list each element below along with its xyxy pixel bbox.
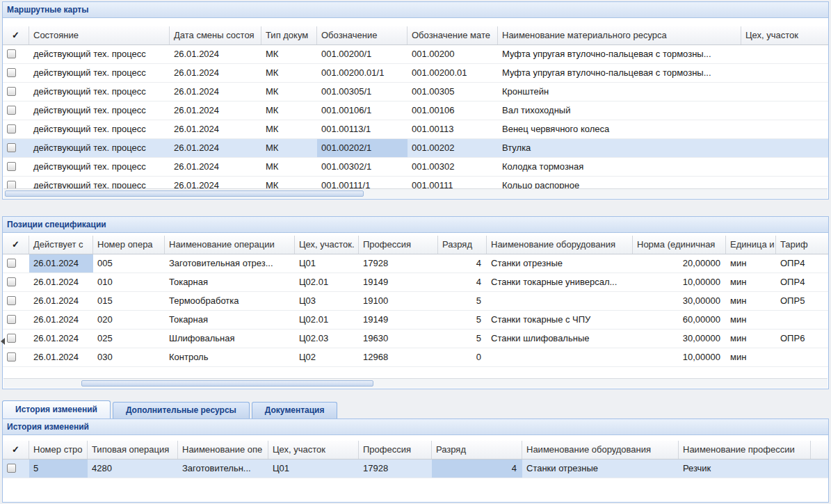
column-header[interactable]: Типовая операция	[88, 441, 178, 459]
column-header[interactable]: Цех, участок.	[295, 236, 359, 254]
spec-positions-panel: Позиции спецификации ✓Действует сНомер о…	[2, 216, 829, 389]
row-checkbox[interactable]	[7, 334, 16, 343]
column-header[interactable]: Тариф	[776, 236, 828, 254]
table-row[interactable]: 26.01.2024015ТермообработкаЦ0319100530,0…	[3, 292, 828, 311]
checkbox-cell	[3, 330, 29, 348]
table-row[interactable]: действующий тех. процесс26.01.2024МК001.…	[3, 139, 828, 158]
column-header[interactable]: Наименование оборудования	[522, 441, 679, 459]
table-row[interactable]: 54280Заготовительн...Ц01179284Станки отр…	[3, 460, 828, 478]
cell: 26.01.2024	[29, 254, 93, 273]
cell: 26.01.2024	[170, 177, 261, 188]
column-header[interactable]: Профессия	[359, 236, 438, 254]
row-checkbox[interactable]	[7, 143, 16, 152]
cell: 26.01.2024	[170, 45, 261, 63]
cell: Токарная	[165, 311, 295, 329]
table-row[interactable]: действующий тех. процесс26.01.2024МК001.…	[3, 177, 828, 188]
cell: 001.00111	[408, 177, 498, 188]
row-checkbox[interactable]	[7, 296, 16, 305]
table-row[interactable]: 26.01.2024025ШлифовальнаяЦ02.03196305Ста…	[3, 330, 828, 348]
column-header[interactable]: Наименование профессии	[679, 441, 811, 459]
column-header[interactable]: Номер стро	[29, 441, 88, 459]
spec-positions-h-scrollbar[interactable]	[3, 378, 828, 388]
cell: 001.00302/1	[317, 158, 408, 176]
table-row[interactable]: действующий тех. процесс26.01.2024МК001.…	[3, 83, 828, 101]
column-header[interactable]: Наименование операции	[165, 236, 295, 254]
column-header[interactable]: Единица и	[726, 236, 776, 254]
checkbox-cell	[3, 273, 29, 291]
column-header[interactable]: Состояние	[29, 26, 170, 44]
column-header[interactable]: Разряд	[432, 441, 522, 459]
column-header[interactable]: Профессия	[359, 441, 432, 459]
row-checkbox[interactable]	[7, 68, 16, 77]
h-scrollbar-thumb[interactable]	[5, 190, 364, 197]
column-header[interactable]: Тип докум	[261, 26, 317, 44]
table-row[interactable]: действующий тех. процесс26.01.2024МК001.…	[3, 120, 828, 139]
tab-history-changes[interactable]: История изменений	[2, 400, 111, 418]
checkbox-cell	[3, 120, 29, 138]
select-all-header[interactable]: ✓	[3, 441, 29, 459]
tab-additional-resources[interactable]: Дополнительные ресурсы	[113, 402, 250, 418]
cell: 26.01.2024	[170, 83, 261, 101]
column-header[interactable]: Наименование оборудования	[487, 236, 633, 254]
column-header[interactable]: Цех, участок	[741, 26, 828, 44]
table-row[interactable]: 26.01.2024030КонтрольЦ0212968010,00000ми…	[3, 348, 828, 367]
cell: 60,00000	[633, 311, 726, 329]
cell: 26.01.2024	[29, 348, 93, 366]
row-checkbox[interactable]	[7, 106, 16, 115]
cell: МК	[261, 45, 317, 63]
column-header[interactable]: Обозначение мате	[408, 26, 498, 44]
row-checkbox[interactable]	[7, 464, 16, 473]
table-row[interactable]: действующий тех. процесс26.01.2024МК001.…	[3, 158, 828, 177]
grid-body: 26.01.2024005Заготовительная отрез...Ц01…	[3, 254, 828, 367]
row-checkbox[interactable]	[7, 181, 16, 188]
route-maps-h-scrollbar[interactable]	[3, 188, 828, 198]
column-header[interactable]: Номер опера	[93, 236, 165, 254]
table-row[interactable]: действующий тех. процесс26.01.2024МК001.…	[3, 64, 828, 83]
column-header[interactable]: Обозначение	[317, 26, 408, 44]
table-row[interactable]: действующий тех. процесс26.01.2024МК001.…	[3, 101, 828, 120]
tab-documentation[interactable]: Документация	[252, 402, 338, 418]
cell: МК	[261, 158, 317, 176]
row-checkbox[interactable]	[7, 352, 16, 361]
table-row[interactable]: действующий тех. процесс26.01.2024МК001.…	[3, 45, 828, 64]
column-header[interactable]: Дата смены состоя	[170, 26, 261, 44]
row-checkbox[interactable]	[7, 87, 16, 96]
cell: Вал тихоходный	[498, 101, 741, 120]
column-header[interactable]: Действует с	[29, 236, 93, 254]
column-header[interactable]: Норма (единичная	[633, 236, 726, 254]
row-checkbox[interactable]	[7, 162, 16, 171]
row-checkbox[interactable]	[7, 315, 16, 324]
cell	[741, 177, 828, 188]
table-row[interactable]: 26.01.2024005Заготовительная отрез...Ц01…	[3, 254, 828, 273]
cell: мин	[726, 273, 776, 291]
cell: Ц02.03	[295, 330, 359, 348]
cell: 5	[438, 292, 487, 310]
row-checkbox[interactable]	[7, 277, 16, 286]
cell: Кольцо распорное	[498, 177, 741, 188]
grid-body: 54280Заготовительн...Ц01179284Станки отр…	[3, 460, 828, 478]
column-header[interactable]: Наименование материального ресурса	[498, 26, 741, 44]
column-header[interactable]: Наименование опе	[178, 441, 268, 459]
column-header[interactable]: Разряд	[438, 236, 487, 254]
cell: 26.01.2024	[29, 330, 93, 348]
table-row[interactable]: 26.01.2024020ТокарнаяЦ02.01191495Станки …	[3, 311, 828, 330]
select-all-header[interactable]: ✓	[3, 236, 29, 254]
table-row[interactable]: 26.01.2024010ТокарнаяЦ02.01191494Станки …	[3, 273, 828, 292]
row-checkbox[interactable]	[7, 49, 16, 58]
route-maps-title: Маршрутные карты	[3, 2, 828, 18]
cell: 26.01.2024	[29, 311, 93, 329]
h-scrollbar-thumb[interactable]	[81, 380, 373, 387]
collapse-left-handle[interactable]	[0, 335, 6, 348]
column-header[interactable]: Цех, участок	[268, 441, 359, 459]
cell: действующий тех. процесс	[29, 45, 170, 63]
cell: МК	[261, 120, 317, 138]
row-checkbox[interactable]	[7, 259, 16, 268]
cell: 001.00200	[408, 45, 498, 63]
cell: действующий тех. процесс	[29, 139, 170, 157]
cell: 19149	[359, 311, 438, 329]
select-all-header[interactable]: ✓	[3, 26, 29, 44]
cell: мин	[726, 254, 776, 273]
row-checkbox[interactable]	[7, 124, 16, 133]
cell: 12968	[359, 348, 438, 366]
cell: ОПР6	[776, 330, 828, 348]
